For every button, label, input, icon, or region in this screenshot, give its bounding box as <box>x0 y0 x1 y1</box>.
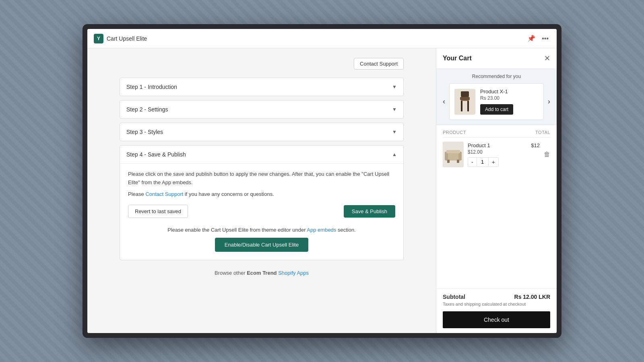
enable-disable-button[interactable]: Enable/Disable Cart Upsell Elite <box>215 238 308 252</box>
svg-rect-1 <box>460 97 470 100</box>
step4-header[interactable]: Step 4 - Save & Publish ▲ <box>120 146 403 163</box>
app-embeds-link[interactable]: App embeds <box>307 227 336 233</box>
cart-header: Your Cart ✕ <box>436 48 557 69</box>
step2-accordion: Step 2 - Settings ▼ <box>120 100 404 119</box>
svg-rect-0 <box>461 91 469 97</box>
top-bar: Y Cart Upsell Elite 📌 ••• <box>87 29 557 48</box>
recommended-product-info: Product X-1 Rs 23.00 Add to cart <box>480 88 539 115</box>
step2-label: Step 2 - Settings <box>126 106 168 113</box>
svg-rect-10 <box>457 160 459 163</box>
revert-button[interactable]: Revert to last saved <box>128 205 188 218</box>
total-column-label: TOTAL <box>535 130 550 135</box>
recommended-product-name: Product X-1 <box>480 88 539 95</box>
slider-next-button[interactable]: › <box>546 97 552 106</box>
step3-arrow: ▼ <box>392 129 397 135</box>
recommended-title: Recommended for you <box>441 74 552 79</box>
shopify-apps-link[interactable]: Shopify Apps <box>278 270 309 276</box>
delete-item-button[interactable]: 🗑 <box>544 151 550 158</box>
product-image <box>443 142 464 167</box>
main-content: Contact Support Step 1 - Introduction ▼ … <box>87 48 436 333</box>
recommended-product-price: Rs 23.00 <box>480 95 539 101</box>
step1-arrow: ▼ <box>392 84 397 90</box>
qty-decrease-button[interactable]: - <box>468 158 477 167</box>
subtotal-row: Subtotal Rs 12.00 LKR <box>443 294 550 300</box>
cart-footer: Subtotal Rs 12.00 LKR Taxes and shipping… <box>436 288 557 333</box>
more-options-button[interactable]: ••• <box>540 33 550 44</box>
step4-body: Please click on the save and publish but… <box>120 163 403 260</box>
cart-title: Your Cart <box>443 55 472 62</box>
step4-text2-suffix: if you have any concerns or questions. <box>183 191 274 197</box>
qty-increase-button[interactable]: + <box>489 158 498 167</box>
enable-text: Please enable the Cart Upsell Elite from… <box>128 226 395 234</box>
table-row: Product 1 $12.00 - 1 + $12 🗑 <box>443 142 550 167</box>
qty-value: 1 <box>477 158 489 166</box>
top-bar-right: 📌 ••• <box>526 33 550 44</box>
product-name: Product 1 <box>468 142 527 148</box>
pin-icon-button[interactable]: 📌 <box>526 33 537 44</box>
step3-label: Step 3 - Styles <box>126 129 163 135</box>
step2-header[interactable]: Step 2 - Settings ▼ <box>120 101 403 118</box>
app-title: Cart Upsell Elite <box>107 35 147 42</box>
chair-icon <box>457 90 473 113</box>
recommended-card: Product X-1 Rs 23.00 Add to cart <box>449 83 544 120</box>
enable-text-suffix: section. <box>336 227 355 233</box>
product-price: $12.00 <box>468 149 527 155</box>
content-area: Contact Support Step 1 - Introduction ▼ … <box>87 48 557 333</box>
product-header: PRODUCT TOTAL <box>443 130 550 138</box>
svg-rect-4 <box>461 100 469 101</box>
subtotal-label: Subtotal <box>443 294 465 300</box>
cart-panel: Your Cart ✕ Recommended for you ‹ <box>436 48 557 333</box>
cart-products: PRODUCT TOTAL <box>436 125 557 288</box>
svg-rect-2 <box>461 100 462 111</box>
recommended-section: Recommended for you ‹ <box>436 69 557 125</box>
step1-header[interactable]: Step 1 - Introduction ▼ <box>120 78 403 96</box>
step4-accordion: Step 4 - Save & Publish ▲ Please click o… <box>120 145 404 260</box>
checkout-button[interactable]: Check out <box>443 311 550 328</box>
qty-control: - 1 + <box>468 157 499 167</box>
step1-label: Step 1 - Introduction <box>126 84 177 90</box>
subtotal-amount: Rs 12.00 LKR <box>514 294 550 300</box>
step3-accordion: Step 3 - Styles ▼ <box>120 123 404 141</box>
contact-support-bar: Contact Support <box>120 58 404 70</box>
contact-support-button[interactable]: Contact Support <box>354 58 404 70</box>
product-total: $12 <box>531 142 540 148</box>
recommended-slider: ‹ <box>441 83 552 120</box>
step4-text2-prefix: Please <box>128 191 145 197</box>
slider-prev-button[interactable]: ‹ <box>441 97 447 106</box>
app-logo: Y <box>94 34 103 43</box>
browse-brand: Ecom Trend <box>247 270 277 276</box>
enable-section: Please enable the Cart Upsell Elite from… <box>128 226 395 252</box>
step4-contact-support-link[interactable]: Contact Support <box>145 191 183 197</box>
svg-rect-9 <box>447 160 450 163</box>
step3-header[interactable]: Step 3 - Styles ▼ <box>120 123 403 141</box>
step1-accordion: Step 1 - Introduction ▼ <box>120 78 404 96</box>
browse-prefix: Browse other <box>215 270 247 276</box>
cart-close-button[interactable]: ✕ <box>544 54 550 63</box>
add-to-cart-button[interactable]: Add to cart <box>480 104 513 115</box>
sofa-icon <box>444 144 462 165</box>
product-details: Product 1 $12.00 - 1 + <box>468 142 527 167</box>
step4-actions: Revert to last saved Save & Publish <box>128 205 395 218</box>
step2-arrow: ▼ <box>392 107 397 112</box>
step4-arrow: ▲ <box>392 152 397 157</box>
tax-text: Taxes and shipping calculated at checkou… <box>443 302 550 306</box>
product-column-label: PRODUCT <box>443 130 466 135</box>
step4-text2: Please Contact Support if you have any c… <box>128 190 395 199</box>
svg-rect-8 <box>446 150 460 153</box>
save-publish-button[interactable]: Save & Publish <box>344 205 395 218</box>
step4-label: Step 4 - Save & Publish <box>126 151 186 158</box>
laptop-frame: Y Cart Upsell Elite 📌 ••• Contact Suppor… <box>83 24 561 338</box>
enable-text-prefix: Please enable the Cart Upsell Elite from… <box>167 227 307 233</box>
recommended-product-image <box>454 89 475 115</box>
screen: Y Cart Upsell Elite 📌 ••• Contact Suppor… <box>87 29 557 333</box>
svg-rect-3 <box>467 100 469 111</box>
browse-section: Browse other Ecom Trend Shopify Apps <box>120 270 404 276</box>
step4-text1: Please click on the save and publish but… <box>128 170 395 187</box>
